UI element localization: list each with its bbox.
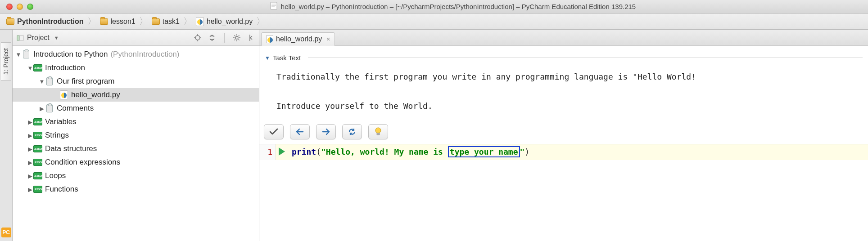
next-task-button[interactable]	[316, 124, 336, 139]
task-icon	[46, 104, 53, 112]
editor-tab-label: hello_world.py	[276, 35, 322, 43]
run-gutter[interactable]	[276, 144, 288, 160]
task-toolbar	[259, 118, 868, 144]
code-close-paren: )	[524, 147, 529, 156]
tree-label: Our first program	[57, 77, 114, 86]
arrow-left-icon	[295, 127, 305, 136]
task-text-header[interactable]: ▼ Task Text	[265, 54, 863, 62]
code-editor[interactable]: 1 print("Hello, world! My name is type y…	[259, 144, 868, 160]
expand-toggle-icon[interactable]	[39, 78, 45, 85]
task-line: Traditionally the first program you writ…	[276, 72, 696, 81]
minimize-window-button[interactable]	[17, 4, 23, 10]
code-string: "	[520, 147, 525, 156]
tree-row-file-hello-world[interactable]: hello_world.py	[13, 88, 259, 102]
project-panel-toolbar	[194, 33, 255, 43]
expand-toggle-icon[interactable]	[15, 51, 22, 58]
breadcrumb-item-project[interactable]: PythonIntroduction	[4, 18, 86, 26]
expand-toggle-icon[interactable]	[27, 173, 33, 179]
folder-icon	[100, 18, 108, 25]
task-icon	[46, 77, 53, 85]
project-view-icon	[16, 34, 24, 42]
lesson-icon	[33, 118, 42, 125]
toolbar-divider	[224, 33, 225, 43]
breadcrumb-item-file[interactable]: hello_world.py	[193, 17, 255, 26]
tree-row-lesson[interactable]: Data structures	[13, 142, 259, 156]
breadcrumb-label: lesson1	[111, 18, 136, 26]
tree-label: hello_world.py	[71, 90, 120, 99]
left-tool-rail: 1: Project PC	[0, 30, 13, 241]
prev-task-button[interactable]	[290, 124, 310, 139]
divider	[308, 58, 863, 58]
python-file-icon	[60, 90, 68, 99]
tree-row-lesson[interactable]: Strings	[13, 129, 259, 142]
task-text-title: Task Text	[273, 54, 301, 62]
answer-placeholder[interactable]: type your name	[448, 146, 520, 157]
task-text-body: Traditionally the first program you writ…	[276, 70, 863, 113]
expand-toggle-icon[interactable]	[27, 65, 33, 71]
expand-toggle-icon[interactable]	[27, 119, 33, 125]
hide-panel-icon[interactable]	[247, 34, 255, 42]
tree-row-lesson[interactable]: Functions	[13, 183, 259, 196]
collapse-all-icon[interactable]	[208, 34, 216, 42]
breadcrumb-label: task1	[163, 18, 180, 26]
refresh-icon	[347, 127, 357, 136]
svg-rect-6	[377, 133, 380, 135]
editor-tab-hello-world[interactable]: hello_world.py ×	[261, 32, 335, 46]
breadcrumb-label: PythonIntroduction	[17, 18, 84, 26]
check-task-button[interactable]	[264, 124, 284, 139]
tree-label: Strings	[45, 131, 69, 140]
lesson-icon	[33, 145, 42, 152]
lesson-icon	[33, 64, 42, 71]
expand-toggle-icon[interactable]	[27, 132, 33, 139]
tree-row-root[interactable]: Introduction to Python (PythonIntroducti…	[13, 48, 259, 61]
titlebar: hello_world.py – PythonIntroduction – [~…	[0, 0, 868, 13]
tree-row-lesson[interactable]: Loops	[13, 169, 259, 183]
gear-icon[interactable]	[233, 34, 241, 42]
line-number: 1	[267, 147, 272, 156]
breadcrumb-label: hello_world.py	[207, 18, 253, 26]
tree-row-lesson-introduction[interactable]: Introduction	[13, 61, 259, 75]
folder-icon	[6, 18, 14, 25]
refresh-task-button[interactable]	[342, 124, 362, 139]
tool-window-tab-project[interactable]: 1: Project	[1, 42, 11, 80]
expand-toggle-icon[interactable]	[27, 186, 33, 193]
python-file-icon	[196, 17, 204, 26]
tree-row-task-first-program[interactable]: Our first program	[13, 75, 259, 88]
breadcrumb-item-task[interactable]: task1	[149, 18, 182, 26]
zoom-window-button[interactable]	[27, 4, 33, 10]
tree-label: Functions	[45, 185, 78, 194]
disclosure-triangle-icon[interactable]: ▼	[265, 55, 270, 61]
expand-toggle-icon[interactable]	[27, 159, 33, 166]
svg-rect-2	[20, 36, 23, 40]
hint-button[interactable]	[368, 124, 388, 139]
tree-label: Comments	[57, 104, 94, 113]
breadcrumb-bar: PythonIntroduction 〉 lesson1 〉 task1 〉 h…	[0, 13, 868, 30]
close-tab-icon[interactable]: ×	[326, 36, 330, 43]
project-panel-title[interactable]: Project ▼	[16, 34, 59, 42]
close-window-button[interactable]	[6, 4, 13, 10]
task-text-panel: ▼ Task Text Traditionally the first prog…	[259, 46, 868, 118]
code-string: "Hello, world! My name is	[321, 147, 448, 156]
expand-toggle-icon[interactable]	[39, 105, 45, 112]
tree-row-lesson[interactable]: Condition expressions	[13, 156, 259, 169]
tree-label: Loops	[45, 171, 66, 180]
chevron-down-icon: ▼	[54, 35, 59, 40]
code-keyword: print	[292, 147, 316, 156]
project-panel: Project ▼ Introduction to Python (Python…	[13, 30, 259, 241]
locate-icon[interactable]	[194, 34, 202, 42]
arrow-right-icon	[321, 127, 331, 136]
expand-toggle-icon[interactable]	[27, 146, 33, 152]
tree-label: Variables	[45, 117, 77, 126]
run-line-icon[interactable]	[279, 147, 285, 156]
lesson-icon	[33, 172, 42, 179]
tree-row-lesson[interactable]: Variables	[13, 115, 259, 129]
svg-point-5	[375, 128, 381, 133]
check-icon	[269, 127, 279, 136]
breadcrumb-separator: 〉	[138, 15, 149, 27]
lesson-icon	[33, 132, 42, 139]
code-line[interactable]: print("Hello, world! My name is type you…	[288, 144, 868, 160]
breadcrumb-item-lesson[interactable]: lesson1	[97, 18, 138, 26]
project-tree[interactable]: Introduction to Python (PythonIntroducti…	[13, 46, 259, 241]
folder-icon	[152, 18, 160, 25]
tree-row-task-comments[interactable]: Comments	[13, 102, 259, 115]
